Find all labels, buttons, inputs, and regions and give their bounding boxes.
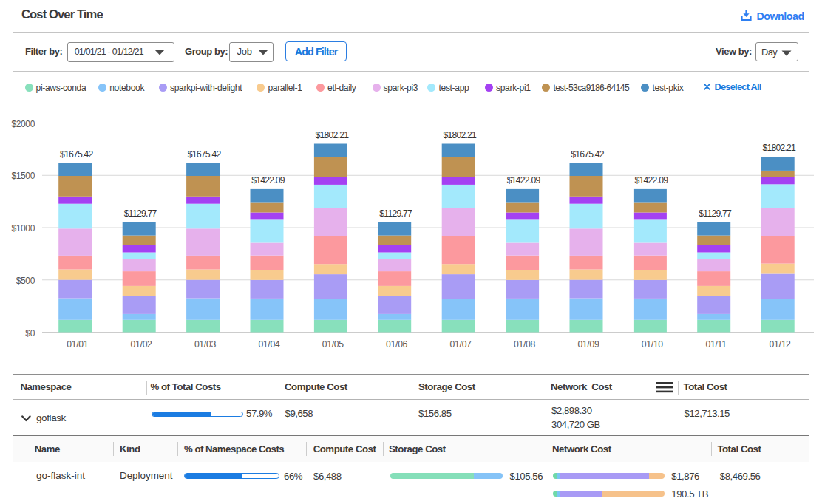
svg-text:$1129.77: $1129.77 — [124, 208, 157, 219]
svg-text:01/04: 01/04 — [258, 339, 280, 350]
svg-text:$1675.42: $1675.42 — [571, 149, 605, 160]
svg-text:01/03: 01/03 — [194, 339, 217, 350]
svg-text:$0: $0 — [25, 328, 35, 338]
svg-text:01/05: 01/05 — [322, 339, 344, 350]
svg-text:01/02: 01/02 — [131, 339, 153, 350]
svg-text:$1129.77: $1129.77 — [699, 208, 732, 219]
svg-text:01/06: 01/06 — [386, 339, 408, 350]
svg-text:$1675.42: $1675.42 — [188, 149, 222, 160]
svg-text:01/07: 01/07 — [450, 339, 472, 350]
svg-text:$1802.21: $1802.21 — [316, 130, 350, 140]
svg-text:01/01: 01/01 — [67, 339, 89, 350]
svg-text:$1802.21: $1802.21 — [762, 143, 796, 153]
svg-text:$1000: $1000 — [11, 223, 35, 234]
svg-text:01/08: 01/08 — [514, 339, 536, 350]
svg-text:$1675.42: $1675.42 — [60, 149, 94, 160]
svg-text:$1802.21: $1802.21 — [443, 130, 477, 140]
svg-text:$1422.09: $1422.09 — [635, 175, 669, 185]
svg-text:$1422.09: $1422.09 — [251, 175, 285, 185]
svg-text:$1129.77: $1129.77 — [379, 208, 412, 219]
svg-text:$500: $500 — [16, 276, 35, 286]
svg-text:$1500: $1500 — [11, 171, 35, 181]
svg-text:$1422.09: $1422.09 — [507, 175, 541, 185]
svg-text:$2000: $2000 — [11, 119, 35, 129]
svg-text:01/11: 01/11 — [706, 339, 727, 350]
svg-text:01/09: 01/09 — [577, 339, 599, 350]
svg-text:01/10: 01/10 — [642, 339, 664, 350]
svg-text:01/12: 01/12 — [770, 339, 792, 350]
